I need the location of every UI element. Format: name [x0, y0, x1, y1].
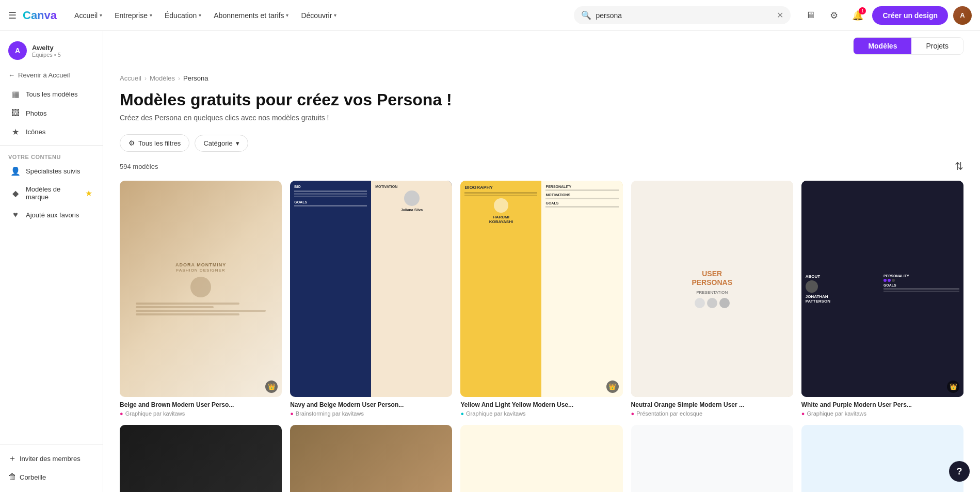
- template-card[interactable]: USERPERSONAS PRESENTATION Neutral Orange…: [631, 181, 793, 417]
- chevron-down-icon: ▾: [100, 12, 102, 18]
- grid-icon: ▦: [10, 89, 21, 99]
- breadcrumb-current: Persona: [183, 74, 208, 82]
- search-icon: 🔍: [581, 10, 591, 20]
- filter-icon: ⚙: [128, 139, 135, 147]
- sidebar-item-tous-modeles[interactable]: ▦ Tous les modèles: [4, 85, 99, 103]
- template-thumbnail: USERPERSONAS PRESENTATION: [631, 181, 793, 397]
- chevron-down-icon: ▾: [236, 139, 239, 147]
- nav-item-accueil[interactable]: Accueil ▾: [69, 8, 107, 23]
- template-card[interactable]: Customer JourneyMapping: [460, 425, 622, 492]
- user-info: Awelty Équipes • 5: [32, 44, 61, 58]
- nav-item-abonnements[interactable]: Abonnements et tarifs ▾: [208, 8, 294, 23]
- main-content: Accueil › Modèles › Persona Modèles grat…: [103, 31, 980, 492]
- template-thumbnail: Customer JourneyMapping: [460, 425, 622, 492]
- author-icon: ●: [290, 410, 294, 417]
- template-meta: ● Graphique par kavitaws: [460, 410, 622, 417]
- sidebar-item-photos[interactable]: 🖼 Photos: [4, 104, 99, 122]
- template-meta: ● Brainstorming par kavitaws: [290, 410, 452, 417]
- nav-item-entreprise[interactable]: Entreprise ▾: [109, 8, 157, 23]
- search-input[interactable]: [596, 11, 773, 20]
- template-thumbnail: ADORA MONTMINYFASHION DESIGNER 👑: [120, 181, 282, 397]
- template-count: 594 modèles: [120, 163, 158, 170]
- template-card[interactable]: BIO GOALS MOTIVATION Juliana Silva: [290, 181, 452, 417]
- user-name: Awelty: [32, 44, 61, 52]
- sidebar-item-modeles-marque[interactable]: ◆ Modèles de marque ★: [4, 181, 99, 205]
- back-to-home[interactable]: ← Revenir à Accueil: [0, 68, 103, 85]
- filter-category-button[interactable]: Catégorie ▾: [195, 135, 248, 152]
- template-card[interactable]: Alba CastroMarketing Specialist BIOGRAPH…: [631, 425, 793, 492]
- photos-icon: 🖼: [10, 108, 21, 118]
- tab-modeles[interactable]: Modèles: [854, 38, 911, 54]
- sort-button[interactable]: ⇅: [955, 160, 963, 172]
- template-card[interactable]: ADORA MONTMINYFASHION DESIGNER 👑 Beige a…: [120, 181, 282, 417]
- sidebar-divider-2: [0, 445, 103, 445]
- template-meta: ● Présentation par eclosque: [631, 410, 793, 417]
- breadcrumb-home[interactable]: Accueil: [120, 74, 141, 82]
- canva-logo[interactable]: Canva: [23, 9, 57, 22]
- template-card[interactable]: User Personas Let's think about the type…: [801, 425, 963, 492]
- notifications-icon-button[interactable]: 🔔 1: [848, 6, 867, 25]
- chevron-down-icon: ▾: [199, 12, 201, 18]
- heart-icon: ♥: [10, 210, 21, 219]
- author-icon: ●: [120, 410, 123, 417]
- top-navigation: ☰ Canva Accueil ▾ Entreprise ▾ Éducation…: [0, 0, 980, 31]
- template-thumbnail: User Personas Let's think about the type…: [801, 425, 963, 492]
- template-thumbnail: RACHELLE BEAUDRYUI Designer BIOGRAPHY SK…: [290, 425, 452, 492]
- template-thumbnail: Order Apps UserPersona Presented by Carl…: [120, 425, 282, 492]
- sidebar-item-favoris[interactable]: ♥ Ajouté aux favoris: [4, 206, 99, 224]
- filter-bar: ⚙ Tous les filtres Catégorie ▾: [120, 134, 963, 152]
- monitor-icon-button[interactable]: 🖥: [801, 6, 820, 25]
- breadcrumb-separator-2: ›: [178, 75, 180, 82]
- hamburger-icon[interactable]: ☰: [8, 10, 17, 21]
- star-icon: ★: [10, 127, 21, 137]
- author-icon: ●: [460, 410, 464, 417]
- notification-badge: 1: [859, 7, 866, 14]
- template-name: Beige and Brown Modern User Perso...: [120, 401, 282, 409]
- sidebar-item-icones[interactable]: ★ Icônes: [4, 123, 99, 141]
- author-icon: ●: [801, 410, 805, 417]
- sidebar-nav-main: ▦ Tous les modèles 🖼 Photos ★ Icônes: [0, 85, 103, 141]
- template-thumbnail: BIOGRAPHY HARUMIKOBAYASHI PERSONALITY MO…: [460, 181, 622, 397]
- sidebar: A Awelty Équipes • 5 ← Revenir à Accueil…: [0, 31, 103, 492]
- sidebar-item-inviter[interactable]: ＋ Inviter des membres: [0, 449, 103, 468]
- nav-links: Accueil ▾ Entreprise ▾ Éducation ▾ Abonn…: [69, 8, 570, 23]
- user-avatar[interactable]: A: [953, 6, 972, 25]
- person-icon: 👤: [10, 166, 21, 176]
- template-thumbnail: Alba CastroMarketing Specialist BIOGRAPH…: [631, 425, 793, 492]
- breadcrumb-templates[interactable]: Modèles: [150, 74, 175, 82]
- logo-text: Canva: [23, 9, 57, 22]
- tab-projets[interactable]: Projets: [911, 38, 963, 54]
- template-name: Navy and Beige Modern User Person...: [290, 401, 452, 409]
- chevron-down-icon: ▾: [334, 12, 336, 18]
- diamond-icon: ◆: [10, 188, 21, 198]
- template-thumbnail: BIO GOALS MOTIVATION Juliana Silva: [290, 181, 452, 397]
- page-subtitle: Créez des Persona en quelques clics avec…: [120, 114, 963, 122]
- search-clear-icon[interactable]: ✕: [777, 10, 783, 20]
- nav-item-education[interactable]: Éducation ▾: [159, 8, 206, 23]
- template-card[interactable]: ABOUT JONATHANPATTERSON PERSONALITY: [801, 181, 963, 417]
- settings-icon-button[interactable]: ⚙: [825, 6, 843, 25]
- user-team: Équipes • 5: [32, 52, 61, 58]
- help-button[interactable]: ?: [949, 461, 970, 482]
- arrow-left-icon: ←: [8, 71, 15, 79]
- user-initials-avatar[interactable]: A: [8, 41, 27, 60]
- create-design-button[interactable]: Créer un design: [872, 6, 948, 25]
- template-meta: ● Graphique par kavitaws: [801, 410, 963, 417]
- chevron-down-icon: ▾: [286, 12, 288, 18]
- search-bar: 🔍 ✕: [574, 6, 791, 24]
- template-thumbnail: ABOUT JONATHANPATTERSON PERSONALITY: [801, 181, 963, 397]
- sidebar-item-corbeille[interactable]: 🗑 Corbeille: [0, 468, 103, 486]
- template-card[interactable]: BIOGRAPHY HARUMIKOBAYASHI PERSONALITY MO…: [460, 181, 622, 417]
- template-grid: ADORA MONTMINYFASHION DESIGNER 👑 Beige a…: [120, 181, 963, 492]
- nav-item-decouvrir[interactable]: Découvrir ▾: [296, 8, 342, 23]
- breadcrumb: Accueil › Modèles › Persona: [120, 74, 963, 82]
- template-name: Neutral Orange Simple Modern User ...: [631, 401, 793, 409]
- filter-all-button[interactable]: ⚙ Tous les filtres: [120, 134, 189, 152]
- template-name: Yellow And Light Yellow Modern Use...: [460, 401, 622, 409]
- template-card[interactable]: RACHELLE BEAUDRYUI Designer BIOGRAPHY SK…: [290, 425, 452, 492]
- sidebar-item-specialistes[interactable]: 👤 Spécialistes suivis: [4, 162, 99, 180]
- template-card[interactable]: Order Apps UserPersona Presented by Carl…: [120, 425, 282, 492]
- user-section: A Awelty Équipes • 5: [0, 37, 103, 68]
- sidebar-section-label: Votre contenu: [0, 150, 103, 162]
- trash-icon: 🗑: [8, 472, 17, 482]
